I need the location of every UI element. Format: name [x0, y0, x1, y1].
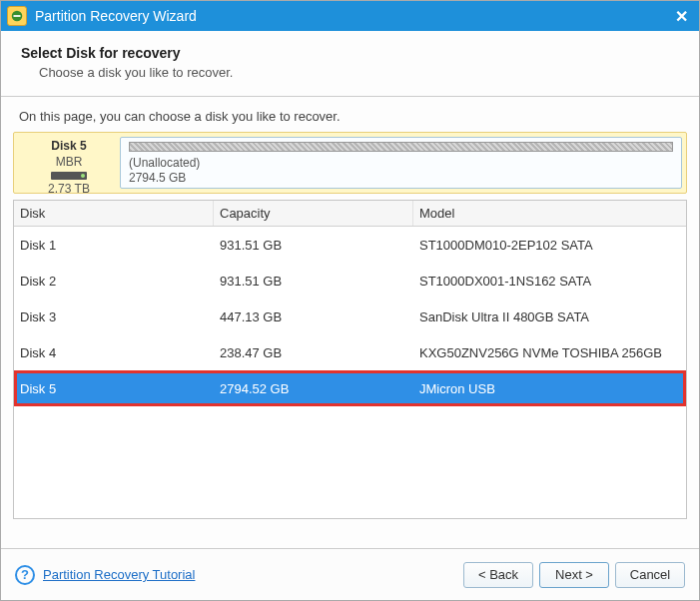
help-icon[interactable]: ?	[15, 565, 35, 585]
cell-model: ST1000DX001-1NS162 SATA	[413, 274, 686, 289]
table-row[interactable]: Disk 4238.47 GBKXG50ZNV256G NVMe TOSHIBA…	[14, 334, 686, 370]
svg-rect-1	[14, 15, 21, 17]
table-body: Disk 1931.51 GBST1000DM010-2EP102 SATADi…	[14, 227, 686, 406]
title-bar: Partition Recovery Wizard ✕	[1, 1, 699, 31]
cell-disk: Disk 2	[14, 274, 214, 289]
page-subtitle: Choose a disk you like to recover.	[39, 65, 679, 80]
table-row[interactable]: Disk 1931.51 GBST1000DM010-2EP102 SATA	[14, 227, 686, 263]
table-row[interactable]: Disk 2931.51 GBST1000DX001-1NS162 SATA	[14, 263, 686, 299]
cell-model: SanDisk Ultra II 480GB SATA	[413, 309, 686, 324]
header-capacity[interactable]: Capacity	[214, 201, 413, 226]
cell-model: KXG50ZNV256G NVMe TOSHIBA 256GB	[413, 345, 686, 360]
segment-size: 2794.5 GB	[129, 171, 673, 186]
header-disk[interactable]: Disk	[14, 201, 214, 226]
cell-capacity: 447.13 GB	[214, 309, 413, 324]
back-button[interactable]: < Back	[463, 562, 533, 588]
instruction-text: On this page, you can choose a disk you …	[19, 109, 687, 124]
partition-bar-unallocated[interactable]	[129, 142, 673, 152]
cell-capacity: 931.51 GB	[214, 274, 413, 289]
selected-disk-scheme: MBR	[22, 155, 116, 171]
wizard-body: On this page, you can choose a disk you …	[1, 97, 699, 519]
app-icon	[7, 6, 27, 26]
page-title: Select Disk for recovery	[21, 45, 679, 61]
cancel-button[interactable]: Cancel	[615, 562, 685, 588]
wizard-footer: ? Partition Recovery Tutorial < Back Nex…	[1, 548, 699, 600]
selected-disk-name: Disk 5	[22, 139, 116, 155]
cell-model: ST1000DM010-2EP102 SATA	[413, 238, 686, 253]
close-button[interactable]: ✕	[669, 4, 693, 28]
table-row[interactable]: Disk 3447.13 GBSanDisk Ultra II 480GB SA…	[14, 299, 686, 334]
selected-disk-layout[interactable]: (Unallocated) 2794.5 GB	[120, 137, 682, 189]
cell-disk: Disk 4	[14, 345, 214, 360]
disk-table: Disk Capacity Model Disk 1931.51 GBST100…	[13, 200, 687, 519]
selected-disk-panel: Disk 5 MBR 2.73 TB (Unallocated) 2794.5 …	[13, 132, 687, 194]
cell-capacity: 2794.52 GB	[214, 381, 413, 396]
table-row[interactable]: Disk 52794.52 GBJMicron USB	[14, 370, 686, 406]
segment-label: (Unallocated)	[129, 156, 673, 171]
cell-capacity: 931.51 GB	[214, 238, 413, 253]
cell-disk: Disk 5	[14, 381, 214, 396]
cell-disk: Disk 1	[14, 238, 214, 253]
cell-model: JMicron USB	[413, 381, 686, 396]
hard-drive-icon	[51, 172, 87, 180]
wizard-header: Select Disk for recovery Choose a disk y…	[1, 31, 699, 97]
cell-capacity: 238.47 GB	[214, 345, 413, 360]
cell-disk: Disk 3	[14, 309, 214, 324]
window-title: Partition Recovery Wizard	[35, 8, 669, 24]
selected-disk-info: Disk 5 MBR 2.73 TB	[18, 137, 120, 189]
header-model[interactable]: Model	[413, 201, 686, 226]
table-header: Disk Capacity Model	[14, 201, 686, 227]
help-link[interactable]: Partition Recovery Tutorial	[43, 567, 195, 582]
selected-disk-size: 2.73 TB	[22, 182, 116, 198]
next-button[interactable]: Next >	[539, 562, 609, 588]
